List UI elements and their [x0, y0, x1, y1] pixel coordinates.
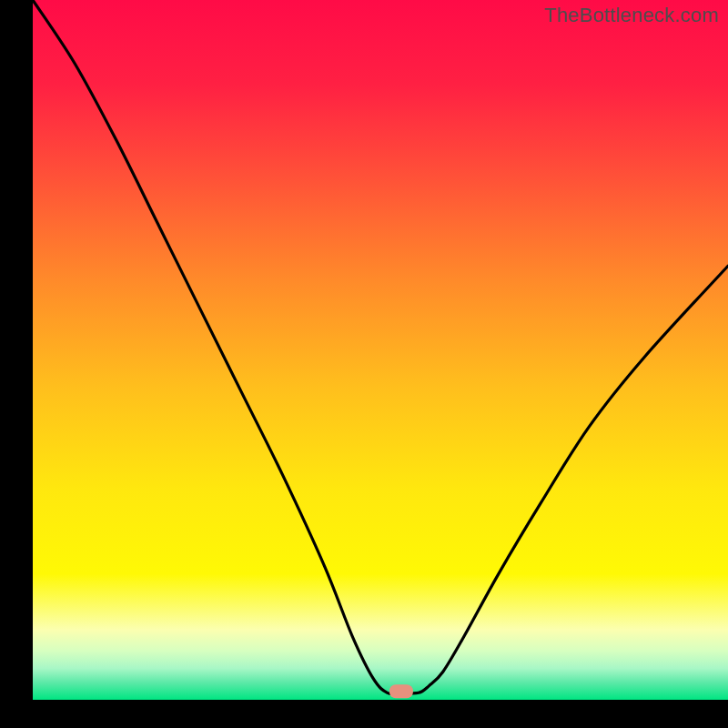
chart-stage: TheBottleneck.com — [0, 0, 728, 728]
minimum-marker — [389, 684, 413, 698]
bottleneck-chart — [0, 0, 728, 728]
plot-background — [33, 0, 728, 700]
watermark-text: TheBottleneck.com — [544, 4, 719, 27]
